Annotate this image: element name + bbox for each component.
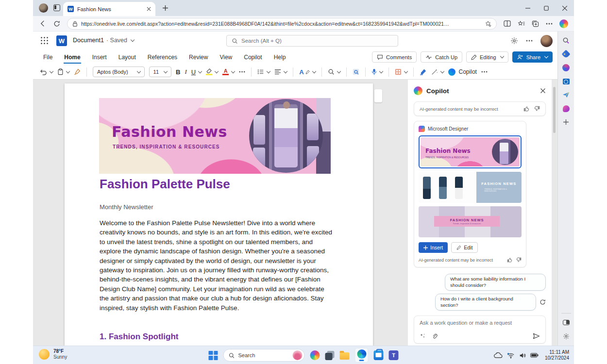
copilot-close-icon[interactable] [540,88,546,94]
thumbs-up-icon[interactable] [523,106,529,112]
line-spacing-button[interactable] [274,69,287,75]
thumbs-down-icon[interactable] [534,106,540,112]
maximize-button[interactable] [537,0,556,16]
page-side-button[interactable] [374,89,382,102]
design-thumbnail-3[interactable]: FASHION NEWS Trends, inspiration & resou… [419,206,522,237]
bold-button[interactable]: B [176,68,180,76]
tab-insert[interactable]: Insert [92,51,107,64]
sidebar-drop-icon[interactable] [561,90,571,99]
teams-icon[interactable]: T [389,350,399,360]
toolbar-copilot-button[interactable]: Copilot [448,68,477,76]
sidebar-add-icon[interactable] [561,117,571,127]
sidebar-designer-icon[interactable] [561,104,571,113]
bookmark-settings-icon[interactable] [485,20,491,27]
tab-home[interactable]: Home [64,51,81,64]
favorites-icon[interactable] [517,20,525,28]
sidebar-outlook-icon[interactable] [561,77,571,86]
share-button[interactable]: Share [512,51,553,63]
scrollbar-thumb[interactable] [553,87,556,133]
find-button[interactable] [328,68,340,75]
taskbar-weather[interactable]: 78°F Sunny [39,348,67,360]
refresh-suggestions-icon[interactable] [540,299,546,305]
document-page[interactable]: Fashion News TRENDS, INSPIRATION & RESOU… [65,83,373,346]
font-name-select[interactable]: Aptos (Body) [93,66,145,77]
magic-wand-button[interactable] [431,68,444,75]
browser-tab[interactable]: W Fashion News [63,2,155,16]
edge-browser-icon[interactable] [355,348,369,363]
highlight-button[interactable] [206,68,218,75]
microsoft-store-icon[interactable] [374,350,384,360]
browser-profile-avatar[interactable] [39,3,48,13]
tab-copilot[interactable]: Copilot [243,51,262,64]
wifi-icon[interactable] [507,352,515,359]
editing-mode-button[interactable]: Editing [466,51,508,63]
taskbar-clock[interactable]: 11:11 AM 10/27/2024 [545,349,569,361]
editor-button[interactable] [420,68,427,75]
back-icon[interactable] [39,20,47,28]
sidebar-shopping-icon[interactable] [561,50,571,59]
new-tab-button[interactable] [161,4,169,12]
close-button[interactable] [556,0,574,16]
taskbar-search[interactable]: Search [223,349,305,362]
thumbs-up-icon-2[interactable] [507,257,512,263]
copilot-input-card[interactable] [414,315,546,344]
split-screen-icon[interactable] [503,20,511,28]
tab-help[interactable]: Help [273,51,287,64]
tab-review[interactable]: Review [188,51,208,64]
format-painter-button[interactable] [74,68,81,75]
thumbs-down-icon-2[interactable] [516,257,522,263]
prompt-sparkle-icon[interactable] [420,333,426,339]
catch-up-button[interactable]: Catch Up [421,51,462,63]
font-color-button[interactable]: A [222,68,235,75]
url-field[interactable]: https://onedrive.live.com/edit.aspx?acti… [67,18,497,30]
minimize-button[interactable] [519,0,537,16]
file-explorer-icon[interactable] [340,352,350,360]
start-button[interactable] [209,351,218,360]
edit-button[interactable]: Edit [451,242,478,253]
attach-paperclip-icon[interactable] [432,333,438,339]
refresh-icon[interactable] [53,20,61,28]
onedrive-cloud-icon[interactable] [494,352,503,358]
word-search-input[interactable] [241,38,393,44]
suggested-prompt-1[interactable]: What are some liability information I sh… [445,274,546,291]
word-search-box[interactable] [226,35,398,47]
sidebar-search-icon[interactable] [561,36,571,45]
app-launcher-icon[interactable] [41,37,49,45]
comments-button[interactable]: Comments [372,51,417,63]
banner-image[interactable]: Fashion News TRENDS, INSPIRATION & RESOU… [99,98,331,174]
document-title[interactable]: Document1 · Saved [73,37,134,44]
suggested-prompt-2[interactable]: How do I write a client background secti… [435,294,536,311]
tab-view[interactable]: View [219,51,233,64]
copilot-input[interactable] [420,320,540,326]
tab-close-icon[interactable] [147,7,151,11]
replace-button[interactable] [353,68,359,75]
italic-button[interactable]: I [185,68,186,76]
dictate-button[interactable] [371,68,383,75]
font-size-select[interactable]: 11 [149,66,171,77]
battery-icon[interactable] [530,353,539,358]
tab-references[interactable]: References [147,51,178,64]
bullets-button[interactable] [257,69,270,75]
styles-button[interactable]: A [299,68,315,76]
sidebar-toggle-icon[interactable] [561,318,571,327]
edge-copilot-icon[interactable] [559,19,568,28]
browser-more-icon[interactable] [545,20,553,28]
collections-icon[interactable] [531,20,539,28]
tab-layout[interactable]: Layout [118,51,136,64]
word-logo[interactable]: W [56,35,67,46]
underline-button[interactable]: U [191,68,202,76]
paste-button[interactable] [57,68,69,75]
account-avatar[interactable] [540,35,553,47]
workspaces-icon[interactable] [53,4,60,11]
tab-file[interactable]: File [43,51,53,64]
more-formatting-icon[interactable] [239,71,245,73]
sidebar-settings-icon[interactable] [561,331,571,341]
taskbar-copilot-icon[interactable] [310,350,320,360]
settings-gear-icon[interactable] [510,37,518,45]
undo-button[interactable] [40,69,53,75]
send-icon[interactable] [533,333,540,339]
design-thumbnail-1[interactable]: Fashion News TRENDS, INSPIRATION & RESOU… [419,135,522,168]
task-view-icon[interactable] [327,351,335,358]
design-thumbnail-2[interactable]: FASHION NEWS TRENDS, INSPIRATION & RESOU… [419,172,522,203]
document-scrollbar[interactable] [553,83,556,343]
